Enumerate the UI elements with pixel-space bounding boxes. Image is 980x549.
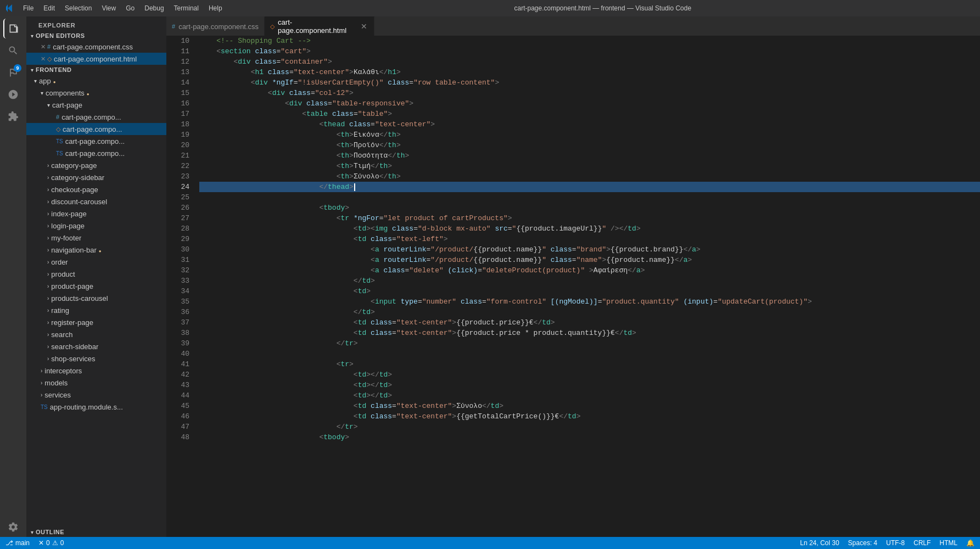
- tree-search-sidebar[interactable]: › search-sidebar: [26, 340, 166, 352]
- code-line-20: <th>Προϊόν</th>: [199, 140, 980, 150]
- menu-terminal[interactable]: Terminal: [170, 3, 203, 13]
- ln-41: 41: [166, 359, 189, 369]
- tree-navigation-bar[interactable]: › navigation-bar: [26, 244, 166, 256]
- tab-css[interactable]: # cart-page.component.css: [166, 16, 265, 36]
- cat-sidebar-chevron: ›: [47, 175, 49, 181]
- close-icon[interactable]: ✕: [41, 43, 46, 51]
- open-editors-chevron: ▾: [31, 33, 33, 39]
- tree-shop-services[interactable]: › shop-services: [26, 352, 166, 365]
- extensions-activity-icon[interactable]: [3, 107, 23, 126]
- status-language[interactable]: HTML: [939, 539, 957, 547]
- line-ending-text: CRLF: [914, 539, 931, 547]
- ln-24: 24: [166, 182, 189, 192]
- code-content[interactable]: <!-- Shopping Cart --> <section class="c…: [194, 36, 980, 537]
- menu-selection[interactable]: Selection: [60, 3, 96, 13]
- code-line-39: </tr>: [199, 338, 980, 349]
- html-icon: ◇: [56, 126, 60, 133]
- debug-activity-icon[interactable]: [3, 85, 23, 104]
- tab-html-close[interactable]: ✕: [360, 21, 368, 32]
- tree-cart-page-ts1[interactable]: TS cart-page.compo...: [26, 135, 166, 147]
- outline-label: Outline: [36, 529, 64, 535]
- open-editor-html-label: cart-page.component.html: [54, 55, 137, 63]
- tree-my-footer[interactable]: › my-footer: [26, 232, 166, 244]
- frontend-chevron: ▾: [31, 67, 33, 73]
- open-editors-section[interactable]: ▾ Open Editors: [26, 31, 166, 41]
- status-branch[interactable]: ⎇ main: [5, 539, 30, 547]
- status-line-col[interactable]: Ln 24, Col 30: [800, 539, 839, 547]
- menu-go[interactable]: Go: [121, 3, 139, 13]
- ln-17: 17: [166, 109, 189, 119]
- code-line-40: [199, 349, 980, 359]
- menu-help[interactable]: Help: [204, 3, 227, 13]
- tree-models[interactable]: › models: [26, 377, 166, 389]
- tree-products-carousel[interactable]: › products-carousel: [26, 292, 166, 304]
- frontend-section[interactable]: ▾ Frontend: [26, 65, 166, 75]
- menu-bar[interactable]: File Edit Selection View Go Debug Termin…: [19, 3, 227, 13]
- tree-cart-page-css[interactable]: # cart-page.compo...: [26, 111, 166, 123]
- menu-file[interactable]: File: [19, 3, 38, 13]
- menu-edit[interactable]: Edit: [39, 3, 59, 13]
- open-editor-html[interactable]: ✕ ◇ cart-page.component.html: [26, 53, 166, 65]
- tree-models-label: models: [44, 379, 68, 387]
- tab-html[interactable]: ◇ cart-page.component.html ✕: [265, 16, 374, 36]
- status-spaces[interactable]: Spaces: 4: [848, 539, 877, 547]
- frontend-label: Frontend: [36, 66, 72, 73]
- ln-36: 36: [166, 307, 189, 317]
- tree-interceptors[interactable]: › interceptors: [26, 365, 166, 377]
- status-errors[interactable]: ✕ 0 ⚠ 0: [38, 539, 64, 547]
- html-file-icon: ◇: [47, 55, 52, 63]
- tree-cart-page[interactable]: ▾ cart-page: [26, 99, 166, 111]
- explorer-activity-icon[interactable]: [3, 19, 23, 38]
- ln-38: 38: [166, 328, 189, 338]
- outline-chevron: ▾: [31, 529, 33, 535]
- status-feedback[interactable]: 🔔: [966, 539, 975, 547]
- tree-register-page[interactable]: › register-page: [26, 316, 166, 328]
- close-icon-2[interactable]: ✕: [41, 55, 46, 63]
- cart-page-chevron: ▾: [47, 102, 50, 108]
- code-line-24: </thead>: [199, 182, 980, 192]
- source-control-badge: 9: [14, 64, 21, 72]
- code-line-16: <div class="table-responsive">: [199, 98, 980, 109]
- status-encoding[interactable]: UTF-8: [886, 539, 905, 547]
- ln-15: 15: [166, 88, 189, 98]
- status-bar: ⎇ main ✕ 0 ⚠ 0 Ln 24, Col 30 Spaces: 4 U…: [0, 537, 980, 549]
- services-chevron: ›: [41, 392, 42, 398]
- tree-rating[interactable]: › rating: [26, 304, 166, 316]
- tree-app[interactable]: ▾ app: [26, 75, 166, 87]
- tree-services[interactable]: › services: [26, 389, 166, 401]
- menu-debug[interactable]: Debug: [140, 3, 168, 13]
- tree-rating-label: rating: [51, 306, 69, 315]
- ln-40: 40: [166, 349, 189, 359]
- tree-order[interactable]: › order: [26, 256, 166, 268]
- tree-category-page[interactable]: › category-page: [26, 159, 166, 171]
- code-line-17: <table class="table">: [199, 109, 980, 119]
- tree-category-sidebar[interactable]: › category-sidebar: [26, 171, 166, 183]
- tree-login-page[interactable]: › login-page: [26, 220, 166, 232]
- code-line-46: <td class="text-center">{{getTotalCartPr…: [199, 411, 980, 422]
- tree-navigation-bar-label: navigation-bar: [51, 246, 101, 254]
- tree-cart-page-html[interactable]: ◇ cart-page.compo...: [26, 123, 166, 135]
- source-control-activity-icon[interactable]: 9: [3, 63, 23, 82]
- tree-components[interactable]: ▾ components: [26, 87, 166, 99]
- search-activity-icon[interactable]: [3, 41, 23, 60]
- settings-activity-icon[interactable]: [3, 517, 23, 537]
- tree-checkout-page[interactable]: › checkout-page: [26, 183, 166, 195]
- code-line-38: <td class="text-center">{{product.price …: [199, 328, 980, 338]
- menu-view[interactable]: View: [97, 3, 120, 13]
- tree-app-routing[interactable]: TS app-routing.module.s...: [26, 401, 166, 413]
- tree-discount-carousel[interactable]: › discount-carousel: [26, 195, 166, 208]
- tree-cart-ts1-label: cart-page.compo...: [65, 137, 125, 145]
- open-editor-css[interactable]: ✕ # cart-page.component.css: [26, 41, 166, 53]
- code-editor[interactable]: 10 11 12 13 14 15 16 17 18 19 20 21 22 2…: [166, 36, 980, 537]
- outline-section[interactable]: ▾ Outline: [26, 527, 166, 537]
- products-carousel-chevron: ›: [47, 295, 49, 301]
- cat-page-chevron: ›: [47, 163, 49, 169]
- tree-index-page[interactable]: › index-page: [26, 208, 166, 220]
- tree-search[interactable]: › search: [26, 328, 166, 340]
- tree-cart-page-ts2[interactable]: TS cart-page.compo...: [26, 147, 166, 159]
- status-line-ending[interactable]: CRLF: [914, 539, 931, 547]
- warning-count: 0: [60, 539, 64, 547]
- tree-product[interactable]: › product: [26, 268, 166, 280]
- tree-product-page[interactable]: › product-page: [26, 280, 166, 292]
- ts-icon-1: TS: [56, 138, 63, 144]
